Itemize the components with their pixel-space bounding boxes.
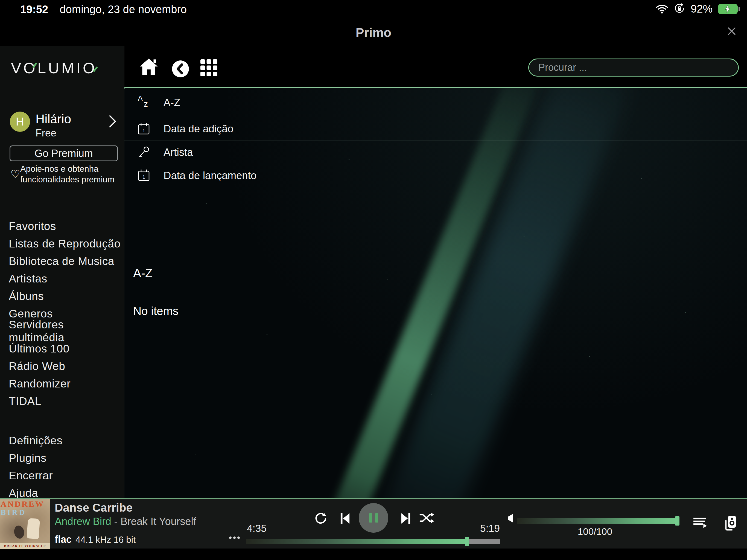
sidebar-item-servidores-multimedia[interactable]: Servidores multimédia (9, 322, 121, 340)
support-text: Apoie-nos e obtenha funcionalidades prem… (20, 163, 114, 185)
pause-button[interactable] (359, 503, 388, 533)
seek-handle[interactable] (465, 537, 469, 546)
user-name: Hilário (35, 111, 71, 126)
track-title: Danse Carribe (55, 501, 133, 514)
battery-percent: 92% (691, 3, 713, 15)
user-account-row[interactable]: H Hilário Free (0, 111, 124, 133)
main-content: A z A-Z 1 Data de adição (124, 46, 747, 498)
seek-fill (247, 539, 467, 544)
title-bar: Primo (0, 17, 747, 46)
sort-row-data-lancamento[interactable]: 1 Data de lançamento (124, 164, 747, 187)
album-art[interactable]: ANDREW BIRD BREAK IT YOURSELF (0, 499, 50, 549)
sort-row-artista[interactable]: Artista (124, 141, 747, 164)
screen: 19:52 domingo, 23 de novembro 92% (0, 0, 747, 560)
microphone-icon (137, 145, 152, 159)
sidebar-item-biblioteca-de-musica[interactable]: Biblioteca de Musica (9, 252, 121, 270)
sidebar-main-menu: Favoritos Listas de Reprodução Bibliotec… (9, 218, 121, 410)
album-art-figure (27, 518, 40, 539)
section-title: A-Z (133, 266, 153, 280)
volume-label: 100/100 (565, 526, 625, 537)
clock: 19:52 (20, 3, 48, 16)
rotation-lock-icon (674, 3, 685, 15)
browse-toolbar (124, 46, 747, 87)
go-premium-button[interactable]: Go Premium (9, 146, 118, 161)
next-track-icon[interactable] (400, 512, 412, 525)
sort-row-data-adicao[interactable]: 1 Data de adição (124, 117, 747, 141)
sidebar: VOLUMIO H Hilário Free Go Premium ♡ Apoi… (0, 46, 124, 498)
sidebar-item-encerrar[interactable]: Encerrar (9, 467, 121, 484)
battery-icon (718, 4, 738, 14)
close-icon[interactable] (725, 25, 738, 38)
album-art-figure (13, 525, 25, 539)
track-artist: Andrew Bird (55, 516, 111, 527)
grid-view-icon[interactable] (199, 59, 219, 76)
time-duration: 5:19 (476, 523, 500, 534)
search-input[interactable] (528, 58, 739, 77)
shuffle-icon[interactable] (419, 512, 434, 524)
volume-icon[interactable] (507, 513, 513, 523)
user-plan: Free (35, 127, 56, 139)
svg-text:1: 1 (143, 128, 145, 133)
calendar-icon: 1 (137, 169, 152, 183)
sidebar-item-albuns[interactable]: Álbuns (9, 287, 121, 305)
volume-slider[interactable] (517, 518, 677, 524)
track-album: - Break It Yourself (111, 516, 196, 527)
heart-icon: ♡ (10, 168, 20, 180)
date: domingo, 23 de novembro (60, 3, 187, 16)
sort-az-icon: A z (137, 96, 152, 110)
queue-icon[interactable] (693, 516, 707, 528)
sidebar-item-listas-de-reproducao[interactable]: Listas de Reprodução (9, 235, 121, 252)
avatar: H (10, 111, 30, 132)
svg-text:1: 1 (143, 175, 145, 180)
calendar-icon: 1 (137, 122, 152, 136)
previous-track-icon[interactable] (339, 512, 351, 525)
sidebar-item-randomizer[interactable]: Randomizer (9, 375, 121, 392)
volume-handle[interactable] (675, 516, 679, 526)
track-subtitle: Andrew Bird - Break It Yourself (55, 516, 196, 528)
time-elapsed: 4:35 (247, 523, 266, 534)
sidebar-item-artistas[interactable]: Artistas (9, 270, 121, 287)
status-bar: 19:52 domingo, 23 de novembro 92% (0, 0, 747, 17)
volume-fill (517, 518, 677, 524)
more-options-icon[interactable] (229, 536, 240, 539)
volumio-logo: VOLUMIO (11, 59, 97, 77)
search-box (528, 58, 739, 77)
page-title: Primo (0, 25, 747, 40)
track-format: flac 44.1 kHz 16 bit (55, 534, 136, 545)
sort-row-az[interactable]: A z A-Z (124, 88, 747, 117)
seek-bar[interactable] (247, 539, 500, 544)
sidebar-item-favoritos[interactable]: Favoritos (9, 218, 121, 235)
player-bar: ANDREW BIRD BREAK IT YOURSELF Danse Carr… (0, 498, 747, 549)
repeat-icon[interactable] (314, 512, 327, 525)
sidebar-item-plugins[interactable]: Plugins (9, 449, 121, 467)
sidebar-item-definicoes[interactable]: Definições (9, 432, 121, 449)
sidebar-item-tidal[interactable]: TIDAL (9, 392, 121, 410)
home-icon[interactable] (138, 58, 159, 75)
wifi-icon (656, 4, 668, 14)
empty-message: No items (133, 305, 179, 318)
audio-output-icon[interactable] (724, 515, 738, 531)
chevron-right-icon (108, 114, 118, 128)
charging-bolt-icon (724, 5, 731, 14)
sidebar-footer-menu: Definições Plugins Encerrar Ajuda (9, 432, 121, 502)
sidebar-item-radio-web[interactable]: Rádio Web (9, 357, 121, 375)
browse-area: A z A-Z 1 Data de adição (124, 88, 747, 498)
back-icon[interactable] (172, 60, 189, 78)
